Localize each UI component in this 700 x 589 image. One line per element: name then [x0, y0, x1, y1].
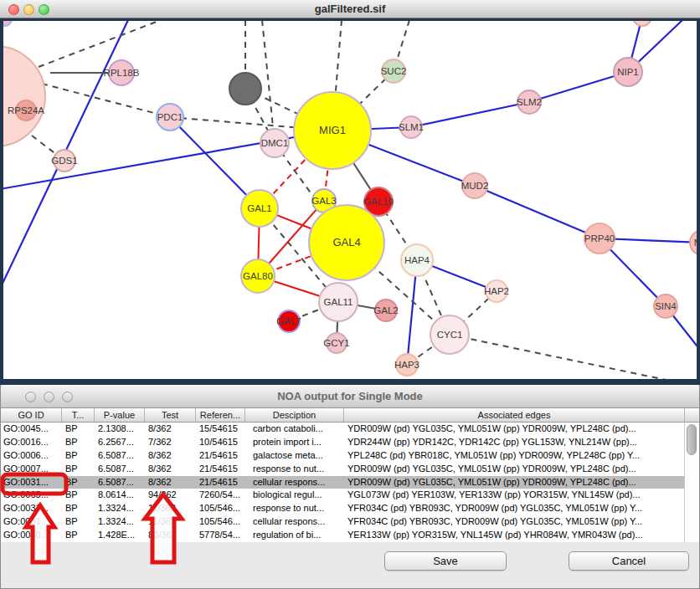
table-cell[interactable]: YDR009W (pd) YGL035C, YML051W (pp) YDR00… [344, 476, 684, 489]
noa-titlebar[interactable]: NOA output for Single Mode [1, 385, 699, 408]
table-row[interactable]: GO:0065...BP8.0614...94/3627260/54...bio… [1, 489, 684, 502]
table-cell[interactable]: 94/362 [145, 489, 196, 502]
table-cell[interactable]: 21/54615 [196, 449, 245, 463]
column-header-1[interactable]: GO ID [1, 408, 62, 422]
table-cell[interactable]: biological regul... [245, 489, 344, 502]
close-button-inactive[interactable] [25, 392, 36, 402]
table-cell[interactable]: BP [62, 476, 95, 489]
table-cell[interactable]: carbon cataboli... [245, 423, 344, 436]
table-cell[interactable]: 8/362 [145, 476, 196, 489]
table-cell[interactable]: 2.1308... [95, 423, 145, 436]
table-cell[interactable]: protein import i... [245, 436, 344, 449]
zoom-button-inactive[interactable] [62, 392, 73, 402]
close-button[interactable] [8, 4, 19, 15]
column-header-5[interactable]: Referen... [196, 408, 245, 422]
table-cell[interactable]: response to nut... [245, 463, 344, 476]
node-label-GDS1: GDS1 [51, 156, 77, 166]
zoom-button[interactable] [39, 4, 49, 15]
table-cell[interactable]: YFR034C (pd) YBR093C, YDR009W (pd) YGL03… [344, 515, 684, 529]
table-cell[interactable]: 8/362 [145, 463, 196, 476]
table-cell[interactable]: YPL248C (pd) YBR018C, YML051W (pp) YDR00… [344, 449, 684, 463]
table-row[interactable]: GO:0007...BP6.5087...8/36221/54615respon… [1, 463, 684, 476]
table-row[interactable]: GO:0016...BP6.2567...7/36210/54615protei… [1, 436, 684, 449]
table-cell[interactable]: 1.428E... [95, 529, 145, 542]
table-cell[interactable]: GO:0045... [1, 423, 62, 436]
table-cell[interactable]: 1.3324... [95, 515, 145, 529]
minimize-button-inactive[interactable] [44, 392, 54, 402]
table-cell[interactable]: YDR009W (pd) YGL035C, YML051W (pp) YDR00… [344, 423, 684, 436]
cancel-button[interactable]: Cancel [569, 551, 689, 571]
table-cell[interactable]: 1.3324... [95, 502, 145, 515]
table-cell[interactable]: 11/362 [145, 502, 196, 515]
table-cell[interactable]: 7/362 [145, 436, 196, 449]
table-cell[interactable]: 10/54615 [196, 436, 245, 449]
table-cell[interactable]: 8/362 [145, 449, 196, 463]
table-cell[interactable]: 6.5087... [95, 463, 145, 476]
table-cell[interactable]: GO:0031... [1, 502, 62, 515]
column-header-2[interactable]: T... [62, 408, 95, 422]
table-cell[interactable]: 21/54615 [196, 463, 245, 476]
table-cell[interactable]: YGL073W (pd) YER103W, YER133W (pp) YOR31… [344, 489, 684, 502]
table-cell[interactable]: 6.2567... [95, 436, 145, 449]
table-cell[interactable]: 6.5087... [95, 476, 145, 489]
table-cell[interactable]: 21/54615 [196, 476, 245, 489]
table-cell[interactable]: response to nut... [245, 502, 344, 515]
node-label-MUD2: MUD2 [461, 181, 489, 191]
table-cell[interactable]: 5778/54... [196, 529, 245, 542]
table-cell[interactable]: 8.0614... [95, 489, 145, 502]
table-scrollbar[interactable] [684, 423, 699, 542]
table-cell[interactable]: 105/546... [196, 502, 245, 515]
table-row[interactable]: GO:0031...BP1.3324...11/362105/546...cel… [1, 515, 684, 529]
table-row[interactable]: GO:0050...BP1.428E...80/3625778/54...reg… [1, 529, 684, 542]
scrollbar-thumb[interactable] [687, 424, 697, 455]
table-cell[interactable]: YDR244W (pp) YDR142C, YDR142C (pp) YGL15… [344, 436, 684, 449]
table-cell[interactable]: cellular respons... [245, 476, 344, 489]
table-cell[interactable]: BP [62, 463, 95, 476]
table-cell[interactable]: YDR009W (pd) YGL035C, YML051W (pp) YDR00… [344, 463, 684, 476]
table-cell[interactable]: 6.5087... [95, 449, 145, 463]
table-cell[interactable]: 80/362 [145, 529, 196, 542]
network-window-title: galFiltered.sif [0, 3, 700, 15]
table-cell[interactable]: regulation of bi... [245, 529, 344, 542]
table-cell[interactable]: 8/362 [145, 423, 196, 436]
network-canvas[interactable]: RPL18BRPS24AGDS1PDC1MIG1DMC1SUC2SLM1SLM2… [0, 0, 700, 385]
table-cell[interactable]: YFR034C (pd) YBR093C, YDR009W (pd) YGL03… [344, 502, 684, 515]
table-cell[interactable]: cellular respons... [245, 515, 344, 529]
table-cell[interactable]: GO:0065... [1, 489, 62, 502]
column-header-7[interactable]: Associated edges [344, 408, 684, 422]
table-cell[interactable]: GO:0006... [1, 449, 62, 463]
node-label-HAP2: HAP2 [484, 286, 509, 296]
table-cell[interactable]: 7260/54... [196, 489, 245, 502]
table-cell[interactable]: BP [62, 436, 95, 449]
save-button[interactable]: Save [384, 551, 507, 571]
table-row[interactable]: GO:0031...BP1.3324...11/362105/546...res… [1, 502, 684, 515]
table-cell[interactable]: GO:0016... [1, 436, 62, 449]
column-header-6[interactable]: Desciption [245, 408, 344, 422]
table-row[interactable]: GO:0006...BP6.5087...8/36221/54615galact… [1, 449, 684, 463]
column-header-4[interactable]: Test [145, 408, 196, 422]
table-cell[interactable]: BP [62, 423, 95, 436]
minimize-button[interactable] [23, 4, 34, 15]
table-cell[interactable]: GO:0050... [1, 529, 62, 542]
column-header-3[interactable]: P-value [95, 408, 145, 422]
table-cell[interactable]: BP [62, 489, 95, 502]
table-cell[interactable]: GO:0031... [1, 515, 62, 529]
table-cell[interactable]: 105/546... [196, 515, 245, 529]
node-label-SUC2: SUC2 [381, 66, 407, 76]
table-row[interactable]: GO:0045...BP2.1308...8/36215/54615carbon… [1, 423, 684, 436]
node-label-RPL18B: RPL18B [104, 68, 140, 78]
table-cell[interactable]: GO:0031... [1, 476, 62, 489]
table-cell[interactable]: YER133W (pp) YOR315W, YNL145W (pd) YHR08… [344, 529, 684, 542]
table-cell[interactable]: 15/54615 [196, 423, 245, 436]
network-titlebar[interactable]: galFiltered.sif [0, 0, 700, 18]
table-cell[interactable]: GO:0007... [1, 463, 62, 476]
table-cell[interactable]: BP [62, 502, 95, 515]
table-cell[interactable]: galactose meta... [245, 449, 344, 463]
table-cell[interactable]: BP [62, 449, 95, 463]
table-cell[interactable]: BP [62, 529, 95, 542]
node-label-GAL10: GAL10 [363, 197, 394, 207]
node-gray[interactable] [229, 73, 261, 105]
table-cell[interactable]: 11/362 [145, 515, 196, 529]
table-row[interactable]: GO:0031...BP6.5087...8/36221/54615cellul… [1, 476, 684, 489]
table-cell[interactable]: BP [62, 515, 95, 529]
